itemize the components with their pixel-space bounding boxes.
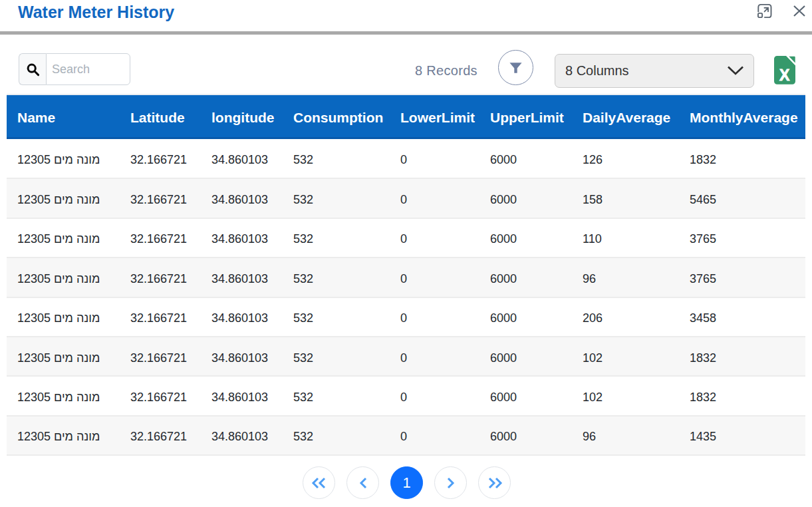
- svg-text:X: X: [779, 67, 790, 84]
